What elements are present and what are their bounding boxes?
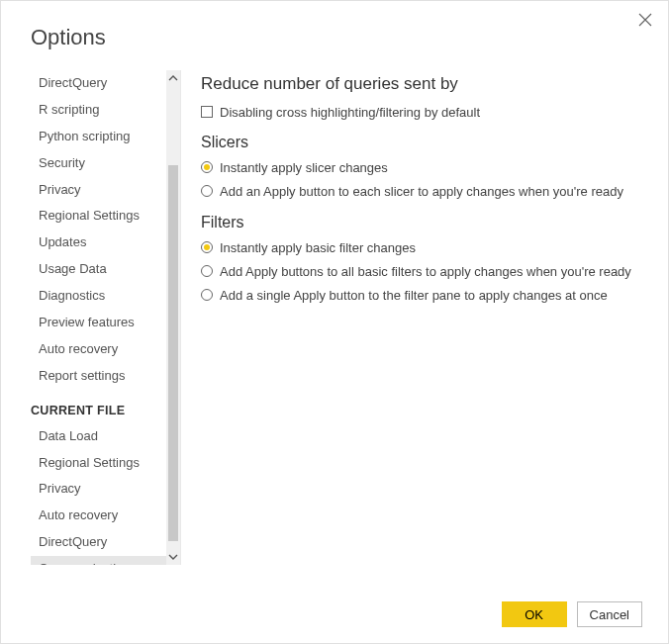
sidebar-item[interactable]: Diagnostics xyxy=(31,283,166,310)
sidebar-item[interactable]: DirectQuery xyxy=(31,529,166,556)
scroll-up-icon[interactable] xyxy=(166,70,180,86)
sidebar-item[interactable]: Auto recovery xyxy=(31,336,166,363)
sidebar-item[interactable]: Privacy xyxy=(31,476,166,503)
cancel-button[interactable]: Cancel xyxy=(577,601,642,627)
sidebar-item[interactable]: Usage Data xyxy=(31,256,166,283)
heading-filters: Filters xyxy=(201,214,644,231)
sidebar-item[interactable]: Preview features xyxy=(31,310,166,336)
radio-filter-option[interactable] xyxy=(201,265,213,277)
sidebar-item[interactable]: Query reduction xyxy=(31,556,166,565)
sidebar-item[interactable]: Data Load xyxy=(31,423,166,450)
radio-label: Add a single Apply button to the filter … xyxy=(220,287,608,305)
sidebar-item[interactable]: Report settings xyxy=(31,363,166,390)
radio-filter-option[interactable] xyxy=(201,241,213,253)
sidebar-item[interactable]: Auto recovery xyxy=(31,503,166,529)
radio-label: Instantly apply slicer changes xyxy=(220,159,388,177)
ok-button[interactable]: OK xyxy=(502,601,567,627)
close-button[interactable] xyxy=(638,13,654,29)
radio-label: Add an Apply button to each slicer to ap… xyxy=(220,183,623,201)
sidebar-item[interactable]: Regional Settings xyxy=(31,203,166,230)
sidebar-item[interactable]: Privacy xyxy=(31,177,166,204)
radio-label: Add Apply buttons to all basic filters t… xyxy=(220,263,631,281)
heading-slicers: Slicers xyxy=(201,134,644,151)
sidebar-item[interactable]: DirectQuery xyxy=(31,70,166,97)
sidebar-item[interactable]: Regional Settings xyxy=(31,450,166,477)
sidebar-item[interactable]: R scripting xyxy=(31,97,166,124)
radio-slicer-option[interactable] xyxy=(201,185,213,197)
sidebar-section-header: CURRENT FILE xyxy=(31,390,166,423)
scroll-thumb[interactable] xyxy=(168,165,178,541)
radio-filter-option[interactable] xyxy=(201,289,213,301)
scroll-track[interactable] xyxy=(166,86,180,549)
label-disable-cross-highlight: Disabling cross highlighting/filtering b… xyxy=(220,104,480,122)
sidebar-scrollbar[interactable] xyxy=(166,70,180,565)
dialog-footer: OK Cancel xyxy=(502,601,642,627)
main-panel: Reduce number of queries sent by Disabli… xyxy=(181,70,668,565)
heading-reduce: Reduce number of queries sent by xyxy=(201,74,644,94)
sidebar-item[interactable]: Python scripting xyxy=(31,124,166,150)
sidebar-item[interactable]: Security xyxy=(31,150,166,177)
radio-slicer-option[interactable] xyxy=(201,161,213,173)
sidebar-item[interactable]: Updates xyxy=(31,230,166,256)
dialog-title: Options xyxy=(1,1,668,50)
sidebar: DirectQueryR scriptingPython scriptingSe… xyxy=(31,70,181,565)
checkbox-disable-cross-highlight[interactable] xyxy=(201,106,213,118)
scroll-down-icon[interactable] xyxy=(166,549,180,565)
radio-label: Instantly apply basic filter changes xyxy=(220,239,416,257)
